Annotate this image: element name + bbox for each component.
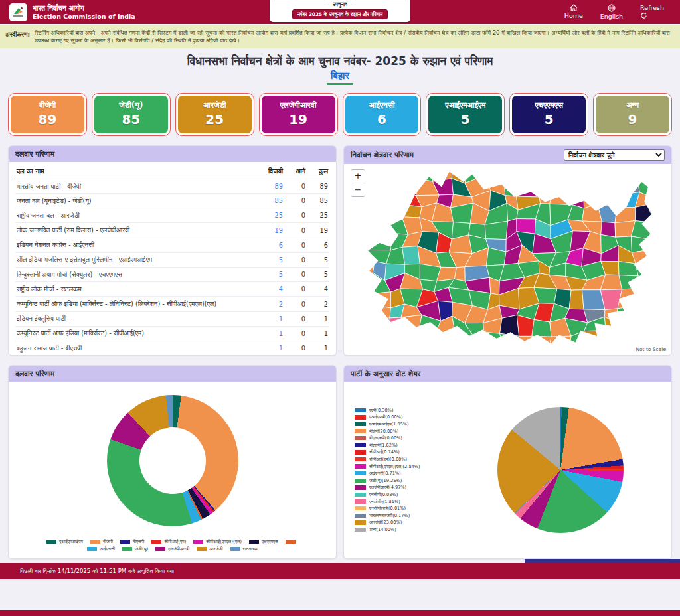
constituency-cell[interactable] <box>515 343 539 351</box>
constituency-cell[interactable] <box>664 303 668 317</box>
constituency-cell[interactable] <box>471 332 483 350</box>
won-count-link[interactable]: 2 <box>262 297 284 311</box>
party-summary-card[interactable]: आरजेडी25 <box>175 93 254 136</box>
constituency-cell[interactable] <box>604 317 618 336</box>
constituency-cell[interactable] <box>517 218 536 234</box>
constituency-cell[interactable] <box>649 278 665 291</box>
constituency-cell[interactable] <box>566 165 584 182</box>
constituency-cell[interactable] <box>401 315 422 337</box>
constituency-cell[interactable] <box>383 177 401 196</box>
constituency-cell[interactable] <box>604 331 619 345</box>
vote-share-pie-chart[interactable] <box>497 407 624 533</box>
constituency-cell[interactable] <box>618 262 638 276</box>
constituency-cell[interactable] <box>667 225 668 238</box>
constituency-cell[interactable] <box>516 178 539 197</box>
constituency-cell[interactable] <box>367 292 390 308</box>
constituency-cell[interactable] <box>383 191 402 204</box>
won-count-link[interactable]: 5 <box>262 268 284 282</box>
constituency-cell[interactable] <box>482 344 502 351</box>
constituency-cell[interactable] <box>385 345 408 351</box>
constituency-cell[interactable] <box>568 349 590 351</box>
constituency-cell[interactable] <box>599 343 618 351</box>
constituency-cell[interactable] <box>504 179 521 196</box>
won-count-link[interactable]: 4 <box>262 282 284 297</box>
won-count-link[interactable]: 6 <box>262 238 284 252</box>
refresh-button[interactable]: Refresh <box>640 4 664 19</box>
won-count-link[interactable]: 25 <box>262 208 284 223</box>
constituency-cell[interactable] <box>615 207 636 222</box>
constituency-cell[interactable] <box>664 279 668 291</box>
constituency-cell[interactable] <box>370 181 386 196</box>
party-summary-card[interactable]: एचएएमएस5 <box>509 93 588 136</box>
won-count-link[interactable]: 5 <box>262 252 284 267</box>
language-toggle[interactable]: English <box>600 4 623 20</box>
constituency-cell[interactable] <box>532 336 551 343</box>
constituency-cell[interactable] <box>635 204 655 222</box>
constituency-cell[interactable] <box>550 336 571 350</box>
constituency-cell[interactable] <box>638 288 654 305</box>
constituency-cell[interactable] <box>421 165 433 181</box>
constituency-cell[interactable] <box>663 204 668 226</box>
brand[interactable]: भारत निर्वाचन आयोग Election Commission o… <box>9 3 135 21</box>
constituency-cell[interactable] <box>483 165 505 181</box>
constituency-cell[interactable] <box>389 317 406 335</box>
constituency-cell[interactable] <box>649 261 668 280</box>
constituency-cell[interactable] <box>569 290 584 309</box>
constituency-cell[interactable] <box>650 181 665 197</box>
constituency-cell[interactable] <box>389 333 408 350</box>
constituency-select[interactable]: निर्वाचन क्षेत्रवार चुने <box>564 149 665 161</box>
constituency-cell[interactable] <box>649 304 668 318</box>
constituency-cell[interactable] <box>665 167 668 183</box>
constituency-cell[interactable] <box>653 167 668 182</box>
constituency-cell[interactable] <box>370 196 386 207</box>
constituency-cell[interactable] <box>349 301 367 321</box>
constituency-cell[interactable] <box>566 180 584 193</box>
byelection-results-button[interactable]: नवंबर 2025 के उपचुनाव के रुझान और परिणाम <box>292 9 388 19</box>
party-summary-card[interactable]: एआईएमआईएम5 <box>426 93 505 136</box>
constituency-cell[interactable] <box>532 319 551 337</box>
constituency-cell[interactable] <box>638 276 654 289</box>
constituency-cell[interactable] <box>373 204 388 224</box>
constituency-cell[interactable] <box>648 231 667 251</box>
constituency-cell[interactable] <box>349 349 373 351</box>
constituency-cell[interactable] <box>418 337 442 347</box>
constituency-cell[interactable] <box>649 289 663 306</box>
constituency-cell[interactable] <box>648 222 668 238</box>
constituency-cell[interactable] <box>664 251 668 261</box>
constituency-cell[interactable] <box>351 315 367 338</box>
constituency-cell[interactable] <box>598 165 618 181</box>
constituency-cell[interactable] <box>399 165 422 179</box>
constituency-cell[interactable] <box>533 343 556 351</box>
constituency-cell[interactable] <box>499 344 521 351</box>
constituency-cell[interactable] <box>582 165 604 182</box>
constituency-cell[interactable] <box>631 221 655 239</box>
constituency-cell[interactable] <box>406 343 424 351</box>
home-button[interactable]: Home <box>564 4 583 19</box>
constituency-cell[interactable] <box>367 335 391 349</box>
constituency-cell[interactable] <box>352 218 374 236</box>
party-summary-card[interactable]: बीजेपी89 <box>8 93 87 136</box>
constituency-cell[interactable] <box>515 336 539 346</box>
constituency-cell[interactable] <box>617 319 640 337</box>
constituency-cell[interactable] <box>665 259 668 280</box>
constituency-cell[interactable] <box>383 204 402 224</box>
constituency-cell[interactable] <box>550 191 573 205</box>
constituency-cell[interactable] <box>349 293 374 303</box>
constituency-cell[interactable] <box>402 204 422 218</box>
constituency-cell[interactable] <box>532 178 551 197</box>
seats-donut-chart[interactable] <box>107 395 238 526</box>
constituency-cell[interactable] <box>466 344 485 351</box>
constituency-cell[interactable] <box>665 317 668 333</box>
constituency-cell[interactable] <box>665 330 668 345</box>
constituency-cell[interactable] <box>349 336 373 350</box>
constituency-cell[interactable] <box>667 344 668 351</box>
constituency-cell[interactable] <box>349 273 375 295</box>
constituency-cell[interactable] <box>584 331 606 349</box>
constituency-cell[interactable] <box>434 329 458 347</box>
constituency-cell[interactable] <box>367 318 390 338</box>
party-summary-card[interactable]: अन्य9 <box>593 93 672 136</box>
constituency-cell[interactable] <box>548 167 569 180</box>
won-count-link[interactable]: 1 <box>262 341 284 355</box>
constituency-cell[interactable] <box>647 194 665 211</box>
constituency-cell[interactable] <box>454 267 465 281</box>
